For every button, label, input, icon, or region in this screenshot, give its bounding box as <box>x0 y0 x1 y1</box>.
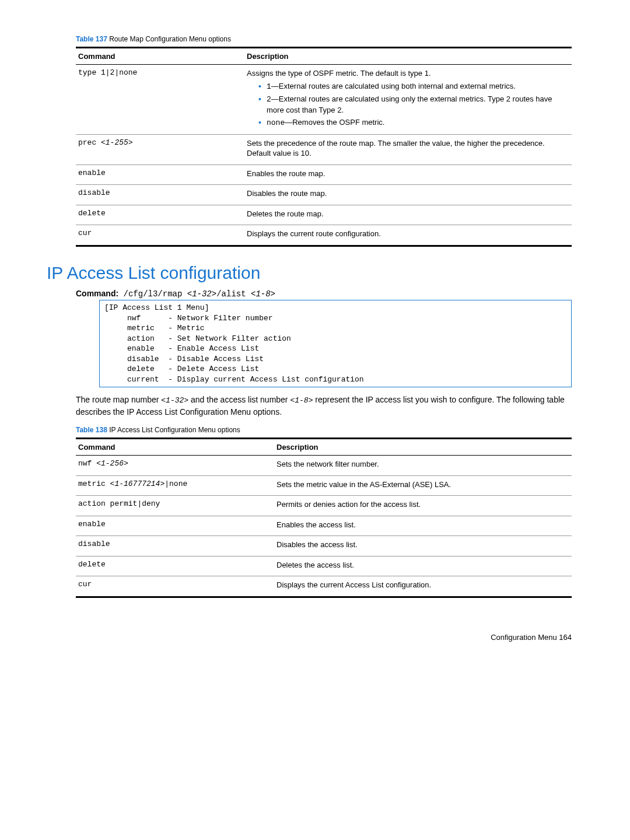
cmd-cell: cur <box>76 225 244 246</box>
cmd-cell: cur <box>76 576 274 597</box>
cmd-cell: type 1|2|none <box>76 65 244 135</box>
code-inline: 1 <box>267 82 271 91</box>
cmd-text: nwf <box>78 459 96 468</box>
cmd-cell: delete <box>76 556 274 576</box>
table-row: Command Description <box>76 48 572 65</box>
table-row: nwf <1-256> Sets the network filter numb… <box>76 456 572 476</box>
list-item: none—Removes the OSPF metric. <box>258 117 567 128</box>
desc-text: Permits or denies action for the access … <box>276 499 567 510</box>
table-row: action permit|deny Permits or denies act… <box>76 496 572 516</box>
desc-cell: Permits or denies action for the access … <box>274 496 572 516</box>
command-arg: <1-8> <box>251 289 275 299</box>
cmd-cell: action permit|deny <box>76 496 274 516</box>
desc-cell: Deletes the route map. <box>244 205 572 225</box>
cmd-cell: disable <box>76 536 274 556</box>
desc-list: 1—External routes are calculated using b… <box>247 81 567 128</box>
command-path: /alist <box>216 289 251 299</box>
list-item: 2—External routes are calculated using o… <box>258 94 567 115</box>
desc-cell: Enables the route map. <box>244 164 572 185</box>
cmd-cell: disable <box>76 185 244 205</box>
table-row: disable Disables the access list. <box>76 536 572 556</box>
desc-text: Enables the route map. <box>247 169 567 179</box>
table-137-col1: Command <box>76 48 244 65</box>
table-row: cur Displays the current route configura… <box>76 225 572 246</box>
table-138-col1: Command <box>76 439 274 456</box>
command-path: /cfg/l3/rmap <box>118 289 187 299</box>
desc-cell: Displays the current Access List configu… <box>274 576 572 597</box>
table-138-caption: Table 138 IP Access List Configuration M… <box>76 426 572 434</box>
section-title: IP Access List configuration <box>47 263 572 283</box>
desc-cell: Assigns the type of OSPF metric. The def… <box>244 65 572 135</box>
table-row: enable Enables the access list. <box>76 516 572 536</box>
table-138-caption-text: IP Access List Configuration Menu option… <box>109 426 240 434</box>
desc-cell: Deletes the access list. <box>274 556 572 576</box>
desc-text: Deletes the route map. <box>247 209 567 219</box>
desc-text: Sets the network filter number. <box>276 459 567 470</box>
cmd-arg: <1-16777214> <box>110 480 165 488</box>
desc-text: Displays the current Access List configu… <box>276 580 567 590</box>
cmd-cell: delete <box>76 205 244 225</box>
table-row: type 1|2|none Assigns the type of OSPF m… <box>76 65 572 135</box>
command-arg: <1-32> <box>187 289 216 299</box>
desc-cell: Sets the precedence of the route map. Th… <box>244 134 572 164</box>
table-row: prec <1-255> Sets the precedence of the … <box>76 134 572 164</box>
para-text: The route map number <box>76 395 161 404</box>
command-label: Command: <box>76 289 118 298</box>
code-inline: none <box>267 118 285 127</box>
table-row: enable Enables the route map. <box>76 164 572 185</box>
table-row: Command Description <box>76 439 572 456</box>
list-item: 1—External routes are calculated using b… <box>258 81 567 92</box>
cmd-text: prec <box>78 138 101 147</box>
code-box: [IP Access List 1 Menu] nwf - Network Fi… <box>99 300 572 387</box>
list-text: —Removes the OSPF metric. <box>285 118 384 127</box>
table-137-caption: Table 137 Route Map Configuration Menu o… <box>76 35 572 43</box>
code-inline: <1-32> <box>161 396 188 405</box>
document-page: Table 137 Route Map Configuration Menu o… <box>0 0 630 665</box>
table-137-label: Table 137 <box>76 35 107 43</box>
para-text: and the access list number <box>188 395 290 404</box>
table-row: cur Displays the current Access List con… <box>76 576 572 597</box>
table-137: Command Description type 1|2|none Assign… <box>76 47 572 247</box>
desc-cell: Enables the access list. <box>274 516 572 536</box>
desc-cell: Displays the current route configuration… <box>244 225 572 246</box>
desc-text: Sets the precedence of the route map. Th… <box>247 138 567 159</box>
code-inline: <1-8> <box>290 396 313 405</box>
desc-cell: Sets the metric value in the AS-External… <box>274 475 572 496</box>
list-text: —External routes are calculated using on… <box>267 94 552 114</box>
cmd-text: metric <box>78 480 110 488</box>
table-row: delete Deletes the access list. <box>76 556 572 576</box>
desc-cell: Disables the route map. <box>244 185 572 205</box>
desc-text: Enables the access list. <box>276 520 567 530</box>
cmd-cell: metric <1-16777214>|none <box>76 475 274 496</box>
cmd-cell: prec <1-255> <box>76 134 244 164</box>
list-text: —External routes are calculated using bo… <box>271 82 516 90</box>
table-138-col2: Description <box>274 439 572 456</box>
body-paragraph: The route map number <1-32> and the acce… <box>76 394 572 418</box>
desc-text: Sets the metric value in the AS-External… <box>276 480 567 490</box>
desc-text: Assigns the type of OSPF metric. The def… <box>247 68 567 79</box>
table-row: delete Deletes the route map. <box>76 205 572 225</box>
cmd-arg: <1-256> <box>96 459 128 468</box>
desc-text: Deletes the access list. <box>276 560 567 570</box>
table-138-label: Table 138 <box>76 426 107 434</box>
command-line: Command: /cfg/l3/rmap <1-32>/alist <1-8> <box>76 289 572 299</box>
desc-cell: Disables the access list. <box>274 536 572 556</box>
table-137-caption-text: Route Map Configuration Menu options <box>109 35 231 43</box>
page-footer: Configuration Menu 164 <box>76 633 572 642</box>
desc-text: Disables the access list. <box>276 540 567 550</box>
table-row: disable Disables the route map. <box>76 185 572 205</box>
cmd-cell: enable <box>76 164 244 185</box>
cmd-cell: nwf <1-256> <box>76 456 274 476</box>
desc-text: Displays the current route configuration… <box>247 229 567 239</box>
code-inline: 2 <box>267 95 271 104</box>
desc-cell: Sets the network filter number. <box>274 456 572 476</box>
table-138: Command Description nwf <1-256> Sets the… <box>76 438 572 598</box>
desc-text: Disables the route map. <box>247 188 567 199</box>
table-row: metric <1-16777214>|none Sets the metric… <box>76 475 572 496</box>
table-137-col2: Description <box>244 48 572 65</box>
cmd-arg: <1-255> <box>101 138 133 147</box>
cmd-text: |none <box>164 480 187 488</box>
cmd-cell: enable <box>76 516 274 536</box>
